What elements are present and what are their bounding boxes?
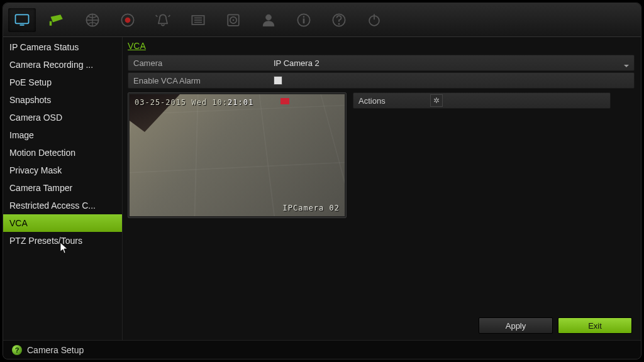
- sidebar-item-restricted-access[interactable]: Restricted Access C...: [3, 197, 122, 214]
- toolbar-user-icon[interactable]: [255, 8, 282, 32]
- sidebar-item-snapshots[interactable]: Snapshots: [3, 91, 122, 109]
- svg-point-12: [303, 16, 305, 18]
- sidebar-item-motion-detection[interactable]: Motion Detection: [3, 144, 122, 162]
- svg-rect-17: [374, 14, 375, 19]
- svg-rect-13: [303, 18, 305, 23]
- actions-label: Actions: [353, 96, 430, 106]
- chevron-down-icon: [624, 65, 629, 67]
- toolbar-power-icon[interactable]: [360, 8, 388, 32]
- sidebar-item-poe-setup[interactable]: PoE Setup: [3, 74, 122, 91]
- camera-select[interactable]: IP Camera 2: [270, 58, 634, 68]
- svg-point-5: [125, 17, 131, 23]
- svg-rect-2: [50, 21, 52, 25]
- actions-row: Actions ✲: [353, 92, 611, 109]
- toolbar-hdd-icon[interactable]: [219, 8, 247, 32]
- svg-point-10: [266, 14, 272, 20]
- exit-button[interactable]: Exit: [558, 317, 632, 334]
- sidebar-item-camera-tamper[interactable]: Camera Tamper: [3, 179, 122, 197]
- status-bar: ? Camera Setup: [3, 340, 641, 359]
- svg-rect-0: [16, 14, 29, 23]
- preview-camera-label: IPCamera 02: [283, 204, 340, 212]
- svg-rect-1: [20, 25, 25, 26]
- gear-icon: ✲: [433, 96, 440, 105]
- sidebar-item-privacy-mask[interactable]: Privacy Mask: [3, 162, 122, 179]
- camera-select-row: Camera IP Camera 2: [128, 55, 635, 71]
- camera-preview[interactable]: 03-25-2015 Wed 10:21:01 IPCamera 02: [128, 92, 347, 218]
- camera-select-value: IP Camera 2: [274, 58, 319, 68]
- sidebar: IP Camera Status Camera Recording ... Po…: [3, 37, 123, 340]
- breadcrumb[interactable]: VCA: [128, 40, 635, 55]
- svg-point-9: [233, 19, 235, 21]
- sidebar-item-ptz-presets[interactable]: PTZ Presets/Tours: [3, 232, 122, 250]
- sidebar-item-image[interactable]: Image: [3, 126, 122, 144]
- toolbar-schedule-icon[interactable]: [184, 8, 212, 32]
- sidebar-item-ip-camera-status[interactable]: IP Camera Status: [3, 38, 122, 56]
- toolbar-monitor-icon[interactable]: [8, 8, 36, 32]
- preview-timestamp: 03-25-2015 Wed 10:21:01: [135, 98, 253, 107]
- status-text: Camera Setup: [27, 345, 84, 355]
- toolbar-help-icon[interactable]: [325, 8, 353, 32]
- enable-vca-row: Enable VCA Alarm: [128, 72, 635, 89]
- toolbar-alarm-icon[interactable]: [149, 8, 177, 32]
- actions-settings-button[interactable]: ✲: [430, 94, 443, 107]
- camera-label: Camera: [128, 58, 270, 68]
- toolbar-camera-icon[interactable]: [43, 8, 71, 32]
- sidebar-item-camera-osd[interactable]: Camera OSD: [3, 109, 122, 126]
- sidebar-item-vca[interactable]: VCA: [3, 214, 122, 232]
- content-pane: VCA Camera IP Camera 2 Enable VCA Alarm: [123, 37, 641, 340]
- svg-point-15: [338, 23, 340, 25]
- toolbar-record-icon[interactable]: [114, 8, 142, 32]
- toolbar-info-icon[interactable]: [290, 8, 318, 32]
- enable-vca-checkbox[interactable]: [274, 76, 282, 85]
- sidebar-item-camera-recording[interactable]: Camera Recording ...: [3, 56, 122, 74]
- enable-vca-label: Enable VCA Alarm: [128, 76, 270, 85]
- top-toolbar: [3, 3, 641, 37]
- toolbar-globe-icon[interactable]: [79, 8, 106, 32]
- apply-button[interactable]: Apply: [479, 317, 553, 334]
- help-icon[interactable]: ?: [12, 345, 22, 355]
- record-indicator-icon: [280, 98, 289, 104]
